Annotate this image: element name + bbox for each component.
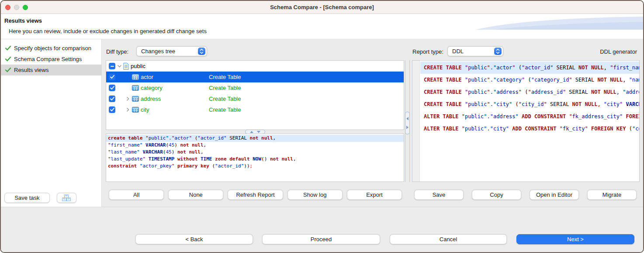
tree-row-category[interactable]: category Create Table — [106, 82, 404, 93]
report-type-label: Report type: — [412, 48, 443, 55]
save-button[interactable]: Save — [414, 190, 464, 200]
export-button[interactable]: Export — [347, 190, 402, 200]
table-icon — [132, 74, 139, 80]
cancel-label: Cancel — [440, 236, 457, 243]
show-log-label: Show log — [303, 191, 326, 198]
report-type-dropdown[interactable]: DDL — [447, 46, 503, 56]
schema-compare-dialog: Schema Compare - [Schema compare] Result… — [0, 0, 644, 253]
copy-label: Copy — [490, 191, 503, 198]
page-title: Results views — [4, 17, 42, 24]
schema-icon — [123, 63, 129, 70]
step-label: Schema Compare Settings — [14, 56, 82, 62]
proceed-label: Proceed — [311, 236, 332, 243]
vertical-splitter[interactable] — [405, 60, 410, 182]
chevron-up-down-icon — [198, 48, 205, 55]
refresh-report-button[interactable]: Refresh Report — [228, 190, 283, 200]
migrate-label: Migrate — [602, 191, 621, 198]
tree-node-action: Create Table — [209, 74, 241, 80]
none-button-label: None — [189, 191, 203, 198]
tree-node-label: address — [141, 96, 161, 102]
check-icon — [5, 57, 11, 62]
none-button[interactable]: None — [168, 190, 223, 200]
open-in-editor-button[interactable]: Open in Editor — [530, 190, 579, 200]
export-label: Export — [366, 191, 383, 198]
minimize-window-icon — [14, 5, 19, 10]
tree-actions-toolbar: All None Refresh Report Show log Export — [109, 190, 402, 200]
checkbox-checked-icon[interactable] — [109, 74, 115, 80]
show-log-button[interactable]: Show log — [287, 190, 343, 200]
change-sql-preview[interactable]: create table "public"."actor" ("actor_id… — [106, 133, 404, 182]
tree-row-actor[interactable]: actor Create Table — [106, 72, 404, 82]
tree-row-address[interactable]: address Create Table — [106, 93, 404, 104]
arrow-left-icon[interactable] — [406, 117, 409, 120]
proceed-button[interactable]: Proceed — [262, 234, 380, 244]
page-subtitle: Here you can review, include or exclude … — [9, 28, 207, 34]
save-task-button[interactable]: Save task — [4, 193, 50, 203]
check-icon — [5, 68, 11, 72]
ddl-actions-toolbar: Save Copy Open in Editor Migrate — [414, 190, 637, 200]
chevron-up-down-icon — [494, 48, 502, 55]
chevron-down-icon[interactable] — [116, 65, 122, 68]
arrow-down-icon[interactable] — [257, 131, 260, 133]
chevron-right-icon[interactable] — [125, 97, 131, 101]
back-button[interactable]: < Back — [135, 234, 253, 244]
tree-node-label: city — [141, 106, 149, 113]
checkbox-checked-icon[interactable] — [109, 96, 115, 102]
diff-type-dropdown[interactable]: Changes tree — [136, 46, 207, 56]
cancel-button[interactable]: Cancel — [390, 234, 507, 244]
step-results-views[interactable]: Results views — [1, 65, 101, 75]
arrow-up-icon[interactable] — [250, 131, 253, 133]
copy-button[interactable]: Copy — [472, 190, 521, 200]
step-label: Results views — [14, 67, 48, 73]
diff-type-value: Changes tree — [141, 48, 175, 55]
stacked-boxes-icon — [62, 194, 71, 202]
tree-row-public[interactable]: public — [106, 61, 404, 72]
header-swoosh-decoration — [475, 16, 643, 30]
next-label: Next > — [567, 236, 584, 243]
open-in-editor-label: Open in Editor — [536, 191, 572, 198]
report-type-value: DDL — [452, 48, 464, 55]
editor-gutter — [412, 61, 420, 181]
window-title: Schema Compare - [Schema compare] — [270, 4, 374, 10]
ddl-report-text[interactable]: CREATE TABLE "public"."actor" ("actor_id… — [420, 61, 639, 181]
refresh-report-label: Refresh Report — [236, 191, 274, 198]
checkbox-checked-icon[interactable] — [109, 106, 115, 113]
zoom-window-icon[interactable] — [23, 5, 28, 10]
chevron-right-icon[interactable] — [125, 108, 131, 112]
checkbox-indeterminate-icon[interactable] — [109, 63, 115, 69]
step-label: Specify objects for comparison — [14, 45, 91, 51]
diff-type-label: Diff type: — [106, 48, 128, 55]
step-compare-settings[interactable]: Schema Compare Settings — [1, 54, 101, 65]
table-icon — [132, 85, 139, 91]
migrate-button[interactable]: Migrate — [587, 190, 637, 200]
checkbox-checked-icon[interactable] — [109, 85, 115, 91]
save-label: Save — [433, 191, 446, 198]
table-icon — [132, 107, 139, 113]
tree-node-action: Create Table — [209, 85, 241, 91]
ddl-generator-label: DDL generator — [600, 48, 637, 55]
changes-tree: public actor Create Table category Creat… — [106, 60, 404, 130]
tree-row-city[interactable]: city Create Table — [106, 104, 404, 115]
close-window-icon[interactable] — [5, 5, 10, 10]
task-variables-button[interactable] — [57, 193, 76, 203]
ddl-report-editor[interactable]: CREATE TABLE "public"."actor" ("actor_id… — [412, 60, 640, 182]
arrow-right-icon[interactable] — [406, 126, 409, 129]
tree-node-action: Create Table — [209, 96, 241, 102]
tree-node-label: category — [141, 85, 163, 91]
next-button[interactable]: Next > — [516, 234, 634, 244]
traffic-lights — [5, 5, 28, 10]
back-label: < Back — [185, 236, 203, 243]
wizard-steps-sidebar: Specify objects for comparison Schema Co… — [1, 39, 102, 207]
save-task-label: Save task — [14, 195, 39, 201]
all-button-label: All — [133, 191, 139, 198]
splitter-collapse-handle[interactable] — [405, 112, 410, 134]
table-icon — [132, 96, 139, 102]
tree-node-label: public — [131, 63, 145, 69]
tree-node-label: actor — [141, 74, 153, 80]
horizontal-splitter[interactable] — [106, 130, 404, 133]
tree-node-action: Create Table — [209, 106, 241, 113]
title-bar[interactable]: Schema Compare - [Schema compare] — [1, 1, 643, 14]
all-button[interactable]: All — [109, 190, 164, 200]
wizard-header: Results views Here you can review, inclu… — [1, 14, 643, 39]
step-specify-objects[interactable]: Specify objects for comparison — [1, 43, 101, 54]
